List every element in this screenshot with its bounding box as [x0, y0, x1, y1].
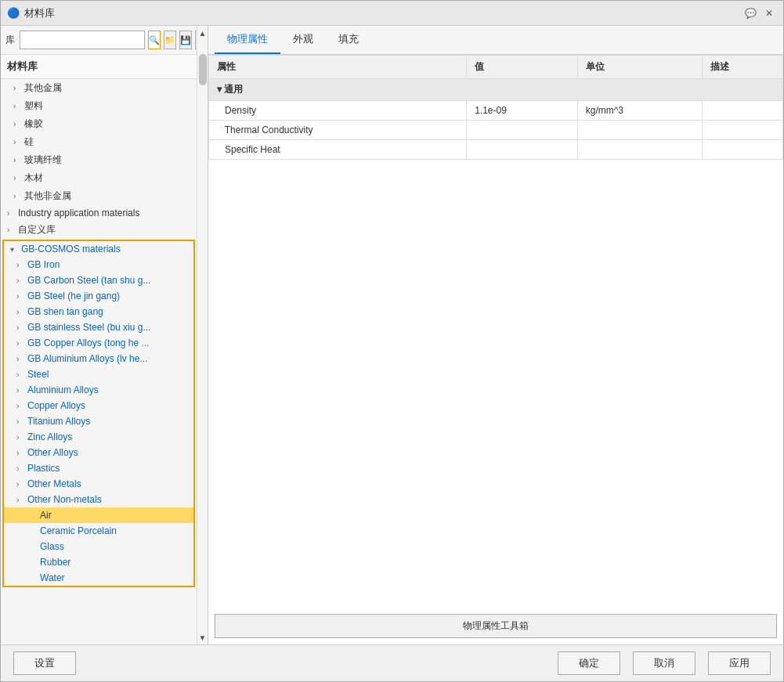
search-input[interactable] [20, 31, 145, 49]
prop-unit-density: kg/mm^3 [577, 101, 702, 121]
tree-item-ceramic[interactable]: Ceramic Porcelain [4, 523, 193, 539]
toolbox-button[interactable]: 物理属性工具箱 [215, 614, 777, 638]
tree-item-gb-cosmos[interactable]: ▾ GB-COSMOS materials [4, 241, 193, 257]
tabs-bar: 物理属性 外观 填充 [208, 26, 783, 55]
window-title: 材料库 [24, 6, 742, 20]
tree-label: 其他金属 [24, 81, 62, 95]
arrow-icon: › [16, 355, 27, 363]
tree-label: 橡胶 [24, 117, 43, 131]
prop-desc-specific-heat [702, 140, 782, 160]
tree-item-silicon[interactable]: › 硅 [1, 133, 197, 151]
tree-item-water[interactable]: Water [4, 570, 193, 586]
group-label: ▾ 通用 [209, 79, 783, 101]
tree-item-gb-steel-he[interactable]: › GB Steel (he jin gang) [4, 288, 193, 304]
tree-item-plastics-cn[interactable]: › 塑料 [1, 97, 197, 115]
tree-item-zinc-alloys[interactable]: › Zinc Alloys [4, 429, 193, 445]
arrow-icon: ▾ [10, 245, 21, 254]
arrow-icon: › [16, 308, 27, 316]
prop-unit-thermal [577, 121, 702, 140]
cancel-button[interactable]: 取消 [633, 651, 695, 675]
tree-item-air[interactable]: Air [4, 507, 193, 523]
scroll-thumb[interactable] [199, 54, 207, 85]
left-panel: 库 🔍 📁 💾 ↺ 材料库 › 其他金属 [1, 26, 208, 644]
tree-item-other-alloys[interactable]: › Other Alloys [4, 445, 193, 460]
tree-label: GB shen tan gang [27, 306, 103, 317]
arrow-icon: › [16, 339, 27, 348]
chat-button[interactable]: 💬 [742, 5, 758, 21]
tree-item-gb-copper[interactable]: › GB Copper Alloys (tong he ... [4, 335, 193, 351]
tree-item-plastics[interactable]: › Plastics [4, 460, 193, 476]
tree-item-gb-iron[interactable]: › GB Iron [4, 257, 193, 272]
tab-appearance[interactable]: 外观 [280, 26, 326, 54]
arrow-icon: › [13, 192, 24, 200]
arrow-icon: › [13, 174, 24, 182]
image-button-2[interactable]: 💾 [179, 31, 192, 49]
arrow-icon: › [16, 292, 27, 301]
tab-fill[interactable]: 填充 [326, 26, 371, 54]
title-buttons: 💬 ✕ [742, 5, 777, 21]
col-header-property: 属性 [209, 56, 467, 79]
tree-label: Zinc Alloys [27, 431, 72, 442]
tree-label: Industry application materials [18, 207, 139, 218]
tree-label: GB Iron [27, 259, 60, 270]
tree-item-aluminium-alloys[interactable]: › Aluminium Alloys [4, 382, 193, 398]
col-header-unit: 单位 [577, 56, 702, 79]
tree-item-other-nonmetals[interactable]: › Other Non-metals [4, 492, 193, 507]
tree-item-other-metals-cn[interactable]: › 其他金属 [1, 79, 197, 97]
tree-root-label: 材料库 [7, 60, 38, 72]
tree-item-other-nonmetal-cn[interactable]: › 其他非金属 [1, 187, 197, 205]
search-bar: 库 🔍 📁 💾 ↺ [1, 26, 197, 55]
tree-label: GB stainless Steel (bu xiu g... [27, 322, 150, 333]
properties-area: 属性 值 单位 描述 ▾ 通用 Density 1.1e-09 [208, 55, 783, 608]
tree-label: GB Aluminium Alloys (lv he... [27, 353, 147, 364]
tree-item-steel[interactable]: › Steel [4, 366, 193, 382]
title-bar: 🔵 材料库 💬 ✕ [1, 1, 783, 26]
bottom-bar: 设置 确定 取消 应用 [1, 644, 783, 681]
tree-item-other-metals[interactable]: › Other Metals [4, 476, 193, 492]
tree-item-glass[interactable]: Glass [4, 539, 193, 554]
tree-item-custom-lib[interactable]: › 自定义库 [1, 221, 197, 239]
tree-item-rubber-cn[interactable]: › 橡胶 [1, 115, 197, 133]
apply-button[interactable]: 应用 [708, 651, 771, 675]
scroll-up-arrow[interactable]: ▲ [197, 27, 208, 38]
arrow-icon: › [16, 386, 27, 395]
main-content: 库 🔍 📁 💾 ↺ 材料库 › 其他金属 [1, 26, 783, 644]
tree-item-gb-aluminium[interactable]: › GB Aluminium Alloys (lv he... [4, 351, 193, 366]
tree-label: 其他非金属 [24, 189, 71, 203]
tree-item-gb-shen-tan[interactable]: › GB shen tan gang [4, 304, 193, 319]
arrow-icon: › [13, 156, 24, 164]
tree-container[interactable]: › 其他金属 › 塑料 › 橡胶 › 硅 [1, 79, 197, 644]
search-button[interactable]: 🔍 [148, 31, 161, 49]
scroll-down-arrow[interactable]: ▼ [197, 632, 208, 643]
tree-item-titanium-alloys[interactable]: › Titanium Alloys [4, 413, 193, 429]
arrow-icon: › [16, 261, 27, 269]
image-button-1[interactable]: 📁 [164, 31, 176, 49]
tree-header: 材料库 [1, 55, 197, 79]
right-panel: 物理属性 外观 填充 属性 值 单位 描述 [208, 26, 783, 644]
tree-item-gb-stainless[interactable]: › GB stainless Steel (bu xiu g... [4, 319, 193, 335]
tree-item-gb-carbon-steel[interactable]: › GB Carbon Steel (tan shu g... [4, 272, 193, 288]
tree-item-glassfiber[interactable]: › 玻璃纤维 [1, 151, 197, 169]
tree-item-rubber[interactable]: Rubber [4, 554, 193, 570]
tree-item-copper-alloys[interactable]: › Copper Alloys [4, 398, 193, 413]
arrow-icon: › [16, 496, 27, 504]
ok-button[interactable]: 确定 [558, 651, 620, 675]
tree-label: 木材 [24, 171, 43, 185]
tab-physical[interactable]: 物理属性 [215, 26, 280, 54]
tree-item-wood[interactable]: › 木材 [1, 169, 197, 187]
gb-cosmos-section: ▾ GB-COSMOS materials › GB Iron › GB Car… [2, 240, 195, 587]
tree-label: Plastics [27, 463, 60, 474]
close-button[interactable]: ✕ [761, 5, 777, 21]
col-header-desc: 描述 [702, 56, 782, 79]
arrow-icon: › [13, 120, 24, 128]
settings-button[interactable]: 设置 [13, 651, 76, 675]
prop-row-thermal: Thermal Conductivity [209, 121, 783, 140]
arrow-icon: › [13, 84, 24, 92]
tree-label: 玻璃纤维 [24, 153, 62, 167]
vertical-scrollbar[interactable]: ▲ ▼ [197, 26, 208, 644]
tree-label: Rubber [40, 557, 70, 568]
prop-group-general: ▾ 通用 [209, 79, 783, 101]
main-window: 🔵 材料库 💬 ✕ 库 🔍 📁 💾 ↺ 材料库 [0, 0, 784, 682]
tree-item-industry-app[interactable]: › Industry application materials [1, 205, 197, 221]
col-header-value: 值 [467, 56, 578, 79]
